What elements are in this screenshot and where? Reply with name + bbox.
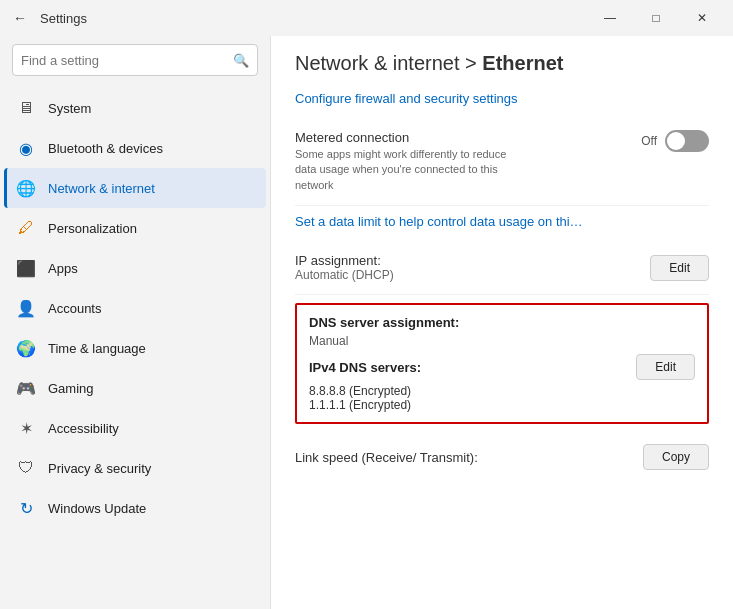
ip-edit-button[interactable]: Edit <box>650 255 709 281</box>
page-header: Network & internet > Ethernet <box>295 52 709 75</box>
sidebar-item-time[interactable]: 🌍 Time & language <box>4 328 266 368</box>
titlebar: ← Settings — □ ✕ <box>0 0 733 36</box>
ip-value: Automatic (DHCP) <box>295 268 394 282</box>
dns-ipv4-row: IPv4 DNS servers: Edit <box>309 354 695 380</box>
metered-title: Metered connection <box>295 130 629 145</box>
dns-label: DNS server assignment: <box>309 315 695 330</box>
accessibility-icon: ✶ <box>16 418 36 438</box>
sidebar: 🔍 🖥 System ◉ Bluetooth & devices 🌐 Netwo… <box>0 36 270 609</box>
search-input[interactable] <box>21 53 233 68</box>
sidebar-label-privacy: Privacy & security <box>48 461 151 476</box>
back-button[interactable]: ← <box>8 6 32 30</box>
sidebar-label-system: System <box>48 101 91 116</box>
breadcrumb-page: Ethernet <box>482 52 563 74</box>
dns-value: Manual <box>309 334 695 348</box>
sidebar-item-accounts[interactable]: 👤 Accounts <box>4 288 266 328</box>
sidebar-label-apps: Apps <box>48 261 78 276</box>
bluetooth-icon: ◉ <box>16 138 36 158</box>
sidebar-label-bluetooth: Bluetooth & devices <box>48 141 163 156</box>
sidebar-item-system[interactable]: 🖥 System <box>4 88 266 128</box>
breadcrumb-prefix: Network & internet > <box>295 52 477 74</box>
sidebar-label-time: Time & language <box>48 341 146 356</box>
apps-icon: ⬛ <box>16 258 36 278</box>
copy-button[interactable]: Copy <box>643 444 709 470</box>
sidebar-item-gaming[interactable]: 🎮 Gaming <box>4 368 266 408</box>
metered-toggle[interactable] <box>665 130 709 152</box>
nav-list: 🖥 System ◉ Bluetooth & devices 🌐 Network… <box>0 88 270 528</box>
maximize-button[interactable]: □ <box>633 2 679 34</box>
sidebar-item-bluetooth[interactable]: ◉ Bluetooth & devices <box>4 128 266 168</box>
minimize-button[interactable]: — <box>587 2 633 34</box>
firewall-link[interactable]: Configure firewall and security settings <box>295 91 709 106</box>
sidebar-label-accessibility: Accessibility <box>48 421 119 436</box>
time-icon: 🌍 <box>16 338 36 358</box>
window-title: Settings <box>40 11 87 26</box>
content-area: 🔍 🖥 System ◉ Bluetooth & devices 🌐 Netwo… <box>0 36 733 609</box>
dns-ipv4-label: IPv4 DNS servers: <box>309 360 421 375</box>
ip-label: IP assignment: <box>295 253 394 268</box>
privacy-icon: 🛡 <box>16 458 36 478</box>
window-controls: — □ ✕ <box>587 2 725 34</box>
dns-server-2: 1.1.1.1 (Encrypted) <box>309 398 695 412</box>
sidebar-item-privacy[interactable]: 🛡 Privacy & security <box>4 448 266 488</box>
metered-status: Off <box>641 134 657 148</box>
sidebar-item-apps[interactable]: ⬛ Apps <box>4 248 266 288</box>
link-speed-row: Link speed (Receive/ Transmit): Copy <box>295 432 709 482</box>
ip-info: IP assignment: Automatic (DHCP) <box>295 253 394 282</box>
metered-desc: Some apps might work differently to redu… <box>295 147 515 193</box>
sidebar-label-gaming: Gaming <box>48 381 94 396</box>
data-limit-link[interactable]: Set a data limit to help control data us… <box>295 206 709 229</box>
sidebar-label-personalization: Personalization <box>48 221 137 236</box>
dns-server-list: 8.8.8.8 (Encrypted) 1.1.1.1 (Encrypted) <box>309 384 695 412</box>
search-icon: 🔍 <box>233 53 249 68</box>
sidebar-label-accounts: Accounts <box>48 301 101 316</box>
dns-edit-button[interactable]: Edit <box>636 354 695 380</box>
metered-content: Metered connection Some apps might work … <box>295 130 629 193</box>
sidebar-item-personalization[interactable]: 🖊 Personalization <box>4 208 266 248</box>
metered-connection-row: Metered connection Some apps might work … <box>295 118 709 206</box>
settings-window: ← Settings — □ ✕ 🔍 🖥 System ◉ Bluetooth … <box>0 0 733 609</box>
close-button[interactable]: ✕ <box>679 2 725 34</box>
sidebar-label-update: Windows Update <box>48 501 146 516</box>
sidebar-item-network[interactable]: 🌐 Network & internet <box>4 168 266 208</box>
sidebar-label-network: Network & internet <box>48 181 155 196</box>
accounts-icon: 👤 <box>16 298 36 318</box>
main-panel: Network & internet > Ethernet Configure … <box>270 36 733 609</box>
update-icon: ↻ <box>16 498 36 518</box>
link-speed-label: Link speed (Receive/ Transmit): <box>295 450 478 465</box>
sidebar-item-accessibility[interactable]: ✶ Accessibility <box>4 408 266 448</box>
ip-assignment-row: IP assignment: Automatic (DHCP) Edit <box>295 241 709 295</box>
system-icon: 🖥 <box>16 98 36 118</box>
personalization-icon: 🖊 <box>16 218 36 238</box>
sidebar-item-update[interactable]: ↻ Windows Update <box>4 488 266 528</box>
dns-server-1: 8.8.8.8 (Encrypted) <box>309 384 695 398</box>
search-box[interactable]: 🔍 <box>12 44 258 76</box>
dns-box: DNS server assignment: Manual IPv4 DNS s… <box>295 303 709 424</box>
network-icon: 🌐 <box>16 178 36 198</box>
gaming-icon: 🎮 <box>16 378 36 398</box>
metered-action: Off <box>641 130 709 152</box>
